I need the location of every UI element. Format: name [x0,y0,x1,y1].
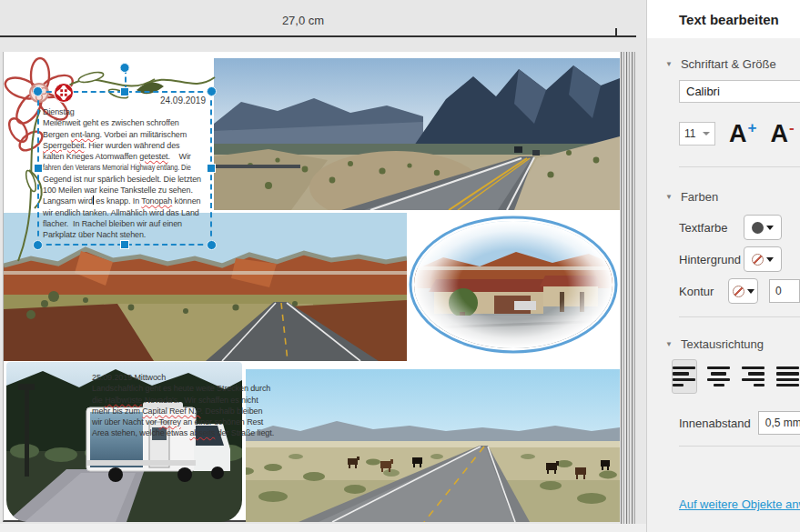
page-edge-stack [621,52,635,524]
background-color-picker[interactable] [744,246,782,272]
font-size-select[interactable]: 11 [679,122,715,146]
alignment-section-label: Textausrichtung [681,337,764,351]
gas-station-oval-photo[interactable] [407,214,621,356]
selected-text-box[interactable]: 24.09.2019 DienstagMeilenweit geht es zw… [37,91,212,246]
inner-padding-input[interactable]: 0,5 mm [758,411,800,435]
mountain-highway-photo[interactable] [214,58,620,210]
font-family-select[interactable]: Calibri [679,80,800,103]
align-right-button[interactable] [741,359,766,394]
section-divider [679,316,800,317]
align-justify-icon [776,366,799,386]
colors-section-label: Farben [681,190,718,204]
apply-to-other-objects-link[interactable]: Auf weitere Objekte anwe [679,497,800,511]
resize-handle-top[interactable] [120,87,129,96]
collapse-triangle-icon: ▼ [665,60,673,68]
text-color-picker[interactable] [744,215,782,240]
font-section-header[interactable]: ▼ Schriftart & Größe [665,56,800,71]
chevron-down-icon [766,226,774,230]
ruler-line [0,35,636,37]
section-divider [679,446,800,447]
font-family-value: Calibri [686,85,720,98]
journal-text-25-09[interactable]: 25.09.2019 MittwochLandschaftlich geht e… [92,372,356,439]
collapse-triangle-icon: ▼ [665,193,673,201]
font-increase-button[interactable]: A+ [729,122,756,146]
align-center-icon [707,366,730,386]
resize-handle-bottom-left[interactable] [33,240,43,250]
text-edit-panel: Text bearbeiten ▼ Schriftart & Größe Cal… [646,0,800,532]
inner-padding-label: Innenabstand [679,417,751,430]
panel-title: Text bearbeiten [647,0,800,38]
resize-handle-right[interactable] [207,164,216,173]
font-size-value: 11 [684,127,695,140]
resize-handle-top-right[interactable] [207,86,217,96]
text-color-label: Textfarbe [679,221,744,235]
alignment-section-header[interactable]: ▼ Textausrichtung [665,336,800,351]
collapse-triangle-icon: ▼ [665,340,673,348]
background-color-label: Hintergrund [679,253,744,266]
resize-handle-bottom-right[interactable] [207,240,217,250]
ruler-end-tick [615,28,617,35]
outline-color-picker[interactable] [728,278,758,304]
font-section-label: Schriftart & Größe [681,57,776,71]
chevron-down-icon [766,257,774,262]
rotate-handle[interactable] [120,63,130,73]
move-arrows-icon [56,85,71,100]
align-left-button[interactable] [672,359,697,394]
color-swatch-icon [752,222,764,234]
photobook-page[interactable]: 25.09.2019 MittwochLandschaftlich geht e… [3,52,620,522]
move-handle[interactable] [54,83,74,103]
ruler-width-label: 27,0 cm [3,14,603,27]
chevron-down-icon [747,289,754,294]
no-color-icon [733,286,744,297]
journal-text-24-09: DienstagMeilenweit geht es zwischen schr… [39,106,210,241]
resize-handle-top-left[interactable] [33,86,43,96]
align-right-icon [742,366,765,386]
font-decrease-button[interactable]: A- [770,122,794,146]
colors-section-header[interactable]: ▼ Farben [665,189,800,204]
workspace-bottom-strip [0,524,646,532]
align-justify-button[interactable] [775,359,800,394]
outline-color-label: Kontur [679,285,728,298]
resize-handle-bottom[interactable] [120,240,129,249]
align-left-icon [673,366,695,386]
outline-width-input[interactable]: 0 [769,279,800,303]
no-color-icon [752,254,764,266]
section-divider [679,166,800,167]
align-center-button[interactable] [706,359,732,394]
chevron-down-icon [703,132,710,136]
resize-handle-left[interactable] [34,164,43,173]
